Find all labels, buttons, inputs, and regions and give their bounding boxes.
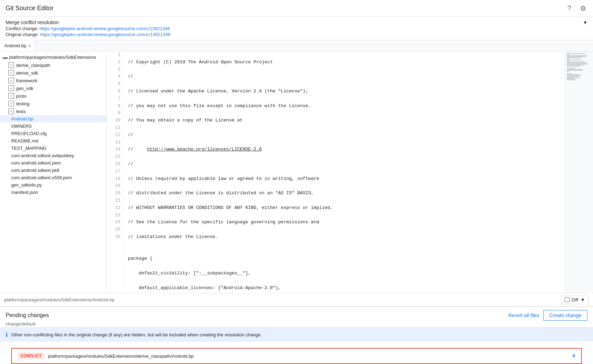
diff-label: Diff	[572, 297, 578, 302]
tree-folder-derive-sdk[interactable]: + derive_sdk	[0, 69, 106, 77]
main-content: ▬ platform/packages/modules/SdkExtension…	[0, 51, 593, 293]
tree-folder-expand-icon[interactable]: +	[8, 78, 14, 83]
info-banner: ℹ Other non-conflicting files in the ori…	[0, 328, 593, 342]
create-change-button[interactable]: Create change	[543, 310, 587, 321]
tree-file-gen-sdkinfo[interactable]: gen_sdkinfo.py	[0, 181, 106, 189]
revert-all-button[interactable]: Revert all files	[508, 313, 539, 318]
tree-folder-testing[interactable]: + testing	[0, 100, 106, 107]
original-change-label: Original change:	[6, 32, 39, 37]
conflict-change-link[interactable]: https://googleplex-android-review.google…	[40, 26, 170, 31]
merge-section: Merge conflict resolution ▼ Conflict cha…	[0, 17, 593, 40]
tab-close-icon[interactable]: ×	[28, 43, 31, 48]
bottom-area: Pending changes Revert all files Create …	[0, 306, 593, 364]
tree-folder-gen-sdk[interactable]: + gen_sdk	[0, 84, 106, 92]
tree-file-manifest[interactable]: manifest.json	[0, 189, 106, 196]
top-bar: Git Source Editor ? ⚙	[0, 0, 593, 17]
tree-folder-label: derive_sdk	[16, 70, 38, 76]
tree-folder-label: testing	[16, 101, 29, 106]
tree-file-readme[interactable]: README.md	[0, 137, 106, 145]
tree-folder-label: framework	[16, 78, 37, 83]
top-bar-icons: ? ⚙	[565, 4, 587, 13]
diff-checkbox[interactable]	[565, 297, 570, 302]
tree-file-preupload[interactable]: PREUPLOAD.cfg	[0, 130, 106, 137]
tab-bar: Android.bp ×	[0, 40, 593, 51]
line-numbers: 1 2 3 4 5 6 7 8 9 10 11 12 13 14 15 16 1…	[107, 51, 124, 293]
conflict-close-icon[interactable]: ×	[572, 353, 575, 359]
merge-header-label: Merge conflict resolution	[6, 20, 59, 25]
minimap	[565, 51, 593, 293]
path-bar: platform/packages/modules/SdkExtensions/…	[0, 293, 593, 306]
tab-android-bp[interactable]: Android.bp ×	[0, 40, 35, 51]
tree-folder-framework[interactable]: + framework	[0, 77, 106, 84]
pending-actions: Revert all files Create change	[508, 310, 587, 321]
tree-folder-label: proto	[16, 93, 27, 99]
tab-label: Android.bp	[4, 43, 26, 48]
tree-folder-expand-icon[interactable]: +	[8, 62, 14, 68]
settings-icon[interactable]: ⚙	[579, 4, 587, 13]
tree-file-pem[interactable]: com.android.sdkext.pem	[0, 159, 106, 167]
tree-root[interactable]: ▬ platform/packages/modules/SdkExtension…	[0, 53, 106, 61]
tree-folder-expand-icon[interactable]: +	[8, 93, 14, 99]
conflict-row: CONFLICT platform/packages/modules/SdkEx…	[11, 348, 582, 364]
help-icon[interactable]: ?	[565, 4, 573, 13]
diff-button[interactable]: Diff ▼	[561, 295, 589, 304]
pending-section: Pending changes Revert all files Create …	[0, 307, 593, 328]
pending-title: Pending changes	[6, 312, 49, 318]
pending-header: Pending changes Revert all files Create …	[6, 310, 587, 321]
tree-folder-expand-icon[interactable]: +	[8, 101, 14, 106]
conflict-badge: CONFLICT	[18, 352, 44, 359]
tree-folder-label: gen_sdk	[16, 86, 33, 91]
tree-folder-derive-classpath[interactable]: + derive_classpath	[0, 61, 106, 69]
conflict-path: platform/packages/modules/SdkExtensions/…	[48, 354, 569, 359]
tree-folder-tests[interactable]: + tests	[0, 107, 106, 115]
file-tree: ▬ platform/packages/modules/SdkExtension…	[0, 51, 107, 293]
tree-file-android-bp[interactable]: Android.bp	[0, 115, 106, 122]
info-text: Other non-conflicting files in the origi…	[11, 332, 262, 337]
tree-folder-expand-icon[interactable]: +	[8, 108, 14, 114]
tree-root-label: platform/packages/modules/SdkExtensions	[9, 55, 96, 60]
app-title: Git Source Editor	[6, 5, 54, 12]
info-icon: ℹ	[6, 331, 8, 338]
tree-file-avbpubkey[interactable]: com.android.sdkext.avbpubkey	[0, 152, 106, 159]
tree-file-x509[interactable]: com.android.sdkext.x509.pem	[0, 174, 106, 181]
tree-folder-expand-icon[interactable]: +	[8, 85, 14, 91]
pending-subtitle: change/default	[6, 321, 587, 327]
original-change-row: Original change: https://googleplex-andr…	[6, 32, 587, 37]
conflict-change-row: Conflict change: https://googleplex-andr…	[6, 26, 587, 31]
tree-folder-expand-icon[interactable]: +	[8, 70, 14, 76]
file-path: platform/packages/modules/SdkExtensions/…	[4, 297, 115, 302]
tree-folder-proto[interactable]: + proto	[0, 92, 106, 100]
tree-folder-label: tests	[16, 109, 26, 114]
code-editor[interactable]: 1 2 3 4 5 6 7 8 9 10 11 12 13 14 15 16 1…	[107, 51, 593, 293]
tree-file-test-mapping[interactable]: TEST_MAPPING	[0, 145, 106, 152]
code-content[interactable]: // Copyright (C) 2019 The Android Open S…	[124, 51, 565, 293]
merge-header[interactable]: Merge conflict resolution ▼	[6, 20, 587, 25]
merge-collapse-icon[interactable]: ▼	[583, 20, 587, 25]
tree-folder-label: derive_classpath	[16, 63, 50, 68]
conflict-wrapper: CONFLICT platform/packages/modules/SdkEx…	[0, 342, 593, 364]
tree-collapse-icon: ▬	[3, 54, 8, 60]
diff-dropdown-icon[interactable]: ▼	[580, 297, 585, 302]
tree-file-pk8[interactable]: com.android.sdkext.pk8	[0, 167, 106, 174]
original-change-link[interactable]: https://googleplex-android-review.google…	[40, 32, 170, 37]
tree-file-owners[interactable]: OWNERS	[0, 122, 106, 130]
conflict-change-label: Conflict change:	[6, 26, 38, 31]
